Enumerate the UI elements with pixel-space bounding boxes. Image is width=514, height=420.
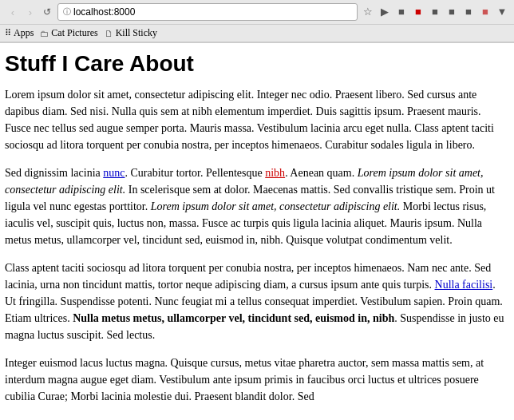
para4-text: Integer euismod lacus luctus magna. Quis…	[5, 357, 484, 402]
para2-text1: Sed dignissim lacinia	[5, 167, 103, 179]
nibh-link[interactable]: nibh	[265, 167, 285, 179]
browser-chrome: ‹ › ↺ ⓘ ☆ ▶ ■ ■ ■ ■ ■ ■ ▼ ⠿ Apps 🗀 Cat P…	[0, 0, 514, 43]
apps-icon2[interactable]: ■	[461, 5, 476, 19]
apps-bookmark[interactable]: ⠿ Apps	[5, 27, 34, 39]
info-icon: ⓘ	[63, 6, 71, 18]
browser-toolbar: ‹ › ↺ ⓘ ☆ ▶ ■ ■ ■ ■ ■ ■ ▼	[0, 0, 514, 25]
kill-sticky-label: Kill Sticky	[116, 27, 157, 39]
browser-icons: ☆ ▶ ■ ■ ■ ■ ■ ■ ▼	[361, 5, 509, 19]
extensions-icon[interactable]: ▶	[378, 5, 392, 19]
apps-label: Apps	[14, 27, 34, 39]
para2-text3: . Aenean quam.	[285, 167, 358, 179]
para3-text1: Class aptent taciti sociosqu ad litora t…	[5, 262, 491, 291]
back-button[interactable]: ‹	[5, 5, 21, 19]
puzzle-icon[interactable]: ■	[411, 5, 425, 19]
paragraph-4: Integer euismod lacus luctus magna. Quis…	[5, 355, 509, 405]
forward-button[interactable]: ›	[22, 5, 38, 19]
paragraph-1-text: Lorem ipsum dolor sit amet, consectetur …	[5, 89, 494, 151]
folder-icon: 🗀	[40, 29, 49, 38]
star-icon[interactable]: ☆	[361, 5, 375, 19]
paragraph-3: Class aptent taciti sociosqu ad litora t…	[5, 260, 509, 343]
address-input[interactable]	[73, 6, 352, 18]
cat-pictures-bookmark[interactable]: 🗀 Cat Pictures	[40, 27, 97, 39]
menu-icon[interactable]: ▼	[495, 5, 509, 19]
page-title: Stuff I Care About	[5, 51, 509, 77]
page-content: Stuff I Care About Lorem ipsum dolor sit…	[0, 43, 514, 420]
nav-buttons: ‹ › ↺	[5, 5, 54, 19]
cat-pictures-label: Cat Pictures	[51, 27, 97, 39]
paragraph-1: Lorem ipsum dolor sit amet, consectetur …	[5, 86, 509, 153]
vpn-icon[interactable]: ■	[445, 5, 459, 19]
address-bar-container: ⓘ	[57, 3, 358, 21]
page-icon: 🗋	[105, 29, 113, 38]
reload-button[interactable]: ↺	[40, 5, 54, 19]
para2-text2: . Curabitur tortor. Pellentesque	[125, 167, 265, 179]
paragraph-2: Sed dignissim lacinia nunc. Curabitur to…	[5, 164, 509, 248]
nulla-facilisi-link[interactable]: Nulla facilisi	[435, 279, 493, 291]
para3-bold1: Nulla metus metus, ullamcorper vel, tinc…	[73, 312, 394, 324]
kill-sticky-bookmark[interactable]: 🗋 Kill Sticky	[105, 27, 157, 39]
badge-icon[interactable]: ■	[428, 5, 442, 19]
bookmarks-bar: ⠿ Apps 🗀 Cat Pictures 🗋 Kill Sticky	[0, 25, 514, 42]
apps-grid-icon: ⠿	[5, 28, 11, 38]
para2-italic2: Lorem ipsum dolor sit amet, consectetur …	[151, 200, 401, 212]
shield-icon[interactable]: ■	[394, 5, 409, 19]
search-icon[interactable]: ■	[478, 5, 492, 19]
nunc-link[interactable]: nunc	[103, 167, 125, 179]
